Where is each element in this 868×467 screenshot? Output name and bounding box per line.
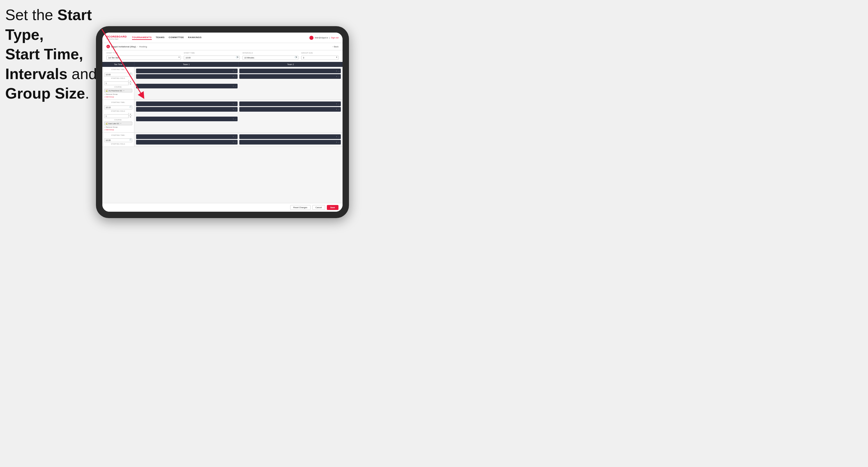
team-panels-3: × ⋯ × ⋯ × ⋯ — [134, 133, 343, 147]
player-dots-3-3[interactable]: ⋯ — [338, 136, 340, 138]
start-type-select[interactable]: 1st Tee Start — [106, 56, 181, 60]
nav-right: blair@clippd.io | Sign out — [309, 36, 339, 40]
starting-time-input-2[interactable] — [104, 105, 132, 109]
back-chevron: ‹ — [333, 45, 333, 48]
hole-down-1[interactable]: ▼ — [128, 83, 132, 86]
player-remove-2-5[interactable]: × — [232, 118, 234, 120]
sub-header-left: C Clippd Invitational (May) › Hosting — [106, 45, 147, 48]
player-dots-3-1[interactable]: ⋯ — [235, 136, 237, 138]
reset-button[interactable]: Reset Changes — [290, 205, 311, 210]
player-dots-2-4[interactable]: ⋯ — [338, 108, 340, 111]
sign-out-link[interactable]: Sign out — [331, 37, 339, 39]
course-name-1: (A) Peachtree GC — [108, 90, 122, 92]
player-dots-2-1[interactable]: ⋯ — [235, 103, 237, 105]
tablet-frame: SCOREBOARD Powered by clippd TOURNAMENTS… — [96, 26, 349, 218]
group-size-select[interactable]: 3 4 — [301, 56, 339, 60]
user-avatar — [309, 36, 313, 40]
course-label-1: COURSE: — [104, 86, 132, 88]
player-dots-2-5[interactable]: ⋯ — [235, 118, 237, 120]
annotation-bold-intervals: Intervals — [5, 65, 67, 82]
remove-group-label-1: Remove Group — [106, 93, 118, 95]
player-row-1-4: × ⋯ — [239, 74, 341, 79]
starting-hole-label-2: STARTING HOLE: — [104, 110, 132, 112]
player-remove-3-2[interactable]: × — [232, 141, 234, 143]
intervals-input[interactable] — [243, 56, 298, 60]
cancel-button[interactable]: Cancel — [312, 205, 325, 210]
table-content: STARTING TIME: 🕙 STARTING HOLE: ▲ ▼ COUR… — [102, 67, 343, 203]
player-remove-2-2[interactable]: × — [232, 108, 234, 110]
tee-panel-2: STARTING TIME: 🕙 STARTING HOLE: ▲ ▼ COUR… — [102, 100, 134, 132]
hole-stepper-1: ▲ ▼ — [128, 80, 132, 85]
starting-time-label-2: STARTING TIME: — [104, 101, 132, 103]
team-cols-3: × ⋯ × ⋯ × ⋯ — [136, 134, 341, 145]
save-button[interactable]: Save — [327, 205, 339, 210]
player-remove-2-1[interactable]: × — [232, 103, 234, 105]
starting-time-wrap-1: 🕙 — [104, 71, 132, 76]
starting-time-input-3[interactable] — [104, 138, 132, 142]
nav-item-rankings[interactable]: RANKINGS — [188, 35, 202, 40]
player-remove-2-3[interactable]: × — [336, 103, 337, 105]
course-name-2: East Lake GC — [108, 123, 119, 124]
player-remove-1-3[interactable]: × — [336, 70, 337, 72]
player-row-1-5: × ⋯ — [136, 84, 238, 88]
starting-time-input-1[interactable] — [104, 73, 132, 76]
team-panels-2: × ⋯ × ⋯ × ⋯ — [134, 100, 343, 132]
course-tag-2: ⛳ East Lake GC × — [104, 122, 132, 125]
annotation-bold-starttime: Start Time, — [5, 45, 83, 63]
start-time-label: Start Time — [184, 52, 240, 54]
remove-group-1[interactable]: ○ Remove Group — [104, 93, 132, 95]
team1-extra-1: × ⋯ — [136, 84, 238, 98]
team-panels-1: × ⋯ × ⋯ × ⋯ — [134, 67, 343, 99]
back-button[interactable]: ‹ Back — [333, 45, 339, 48]
course-remove-1[interactable]: × — [123, 90, 124, 92]
player-dots-1-2[interactable]: ⋯ — [235, 75, 237, 77]
player-remove-3-3[interactable]: × — [336, 136, 337, 137]
player-dots-2-3[interactable]: ⋯ — [338, 103, 340, 105]
player-dots-1-5[interactable]: ⋯ — [235, 85, 237, 87]
player-remove-1-5[interactable]: × — [232, 85, 234, 87]
remove-group-icon-2: ○ — [104, 126, 105, 128]
player-remove-1-4[interactable]: × — [336, 75, 337, 77]
section-label: Hosting — [139, 45, 147, 48]
tablet-screen: SCOREBOARD Powered by clippd TOURNAMENTS… — [102, 33, 343, 212]
nav-bar: SCOREBOARD Powered by clippd TOURNAMENTS… — [102, 33, 343, 43]
add-group-1[interactable]: + Add Group — [104, 96, 132, 98]
player-remove-2-4[interactable]: × — [336, 108, 337, 110]
player-dots-1-3[interactable]: ⋯ — [338, 70, 340, 72]
hole-up-2[interactable]: ▲ — [128, 113, 132, 116]
nav-item-tournaments[interactable]: TOURNAMENTS — [132, 35, 152, 40]
player-dots-2-2[interactable]: ⋯ — [235, 108, 237, 111]
player-dots-3-2[interactable]: ⋯ — [235, 141, 237, 143]
logo-text: SCOREBOARD — [106, 35, 127, 38]
bottom-bar: Reset Changes Cancel Save — [102, 203, 343, 212]
course-label-2: COURSE: — [104, 119, 132, 121]
hole-down-2[interactable]: ▼ — [128, 116, 132, 118]
group-size-label: Group Size — [301, 52, 339, 54]
nav-item-committee[interactable]: COMMITTEE — [169, 35, 184, 40]
remove-group-2[interactable]: ○ Remove Group — [104, 126, 132, 128]
intervals-label: Intervals — [243, 52, 298, 54]
nav-item-teams[interactable]: TEAMS — [156, 35, 165, 40]
group-size-group: Group Size 3 4 — [301, 52, 339, 60]
course-remove-2[interactable]: × — [120, 122, 121, 124]
hole-up-1[interactable]: ▲ — [128, 80, 132, 83]
player-dots-1-1[interactable]: ⋯ — [235, 70, 237, 72]
add-group-2[interactable]: + Add Group — [104, 129, 132, 130]
annotation-block: Set the Start Type, Start Time, Interval… — [5, 5, 98, 103]
player-remove-3-4[interactable]: × — [336, 141, 337, 143]
row-group-3: STARTING TIME: 🕙 STARTING HOLE: × ⋯ — [102, 133, 343, 147]
starting-hole-label-3: STARTING HOLE: — [104, 143, 132, 145]
player-row-3-1: × ⋯ — [136, 134, 238, 139]
player-remove-1-2[interactable]: × — [232, 75, 234, 77]
clock-icon: 🕙 — [236, 56, 239, 58]
nav-items: TOURNAMENTS TEAMS COMMITTEE RANKINGS — [132, 35, 309, 40]
player-dots-3-4[interactable]: ⋯ — [338, 141, 340, 143]
player-row-1-3: × ⋯ — [239, 69, 341, 73]
player-remove-3-1[interactable]: × — [232, 136, 234, 137]
remove-group-label-2: Remove Group — [106, 126, 118, 128]
start-time-input[interactable] — [184, 56, 240, 60]
player-dots-1-4[interactable]: ⋯ — [338, 75, 340, 77]
team1-extra-2: × ⋯ — [136, 117, 238, 130]
player-remove-1-1[interactable]: × — [232, 70, 234, 72]
annotation-bold-starttype: Start Type, — [5, 6, 92, 43]
